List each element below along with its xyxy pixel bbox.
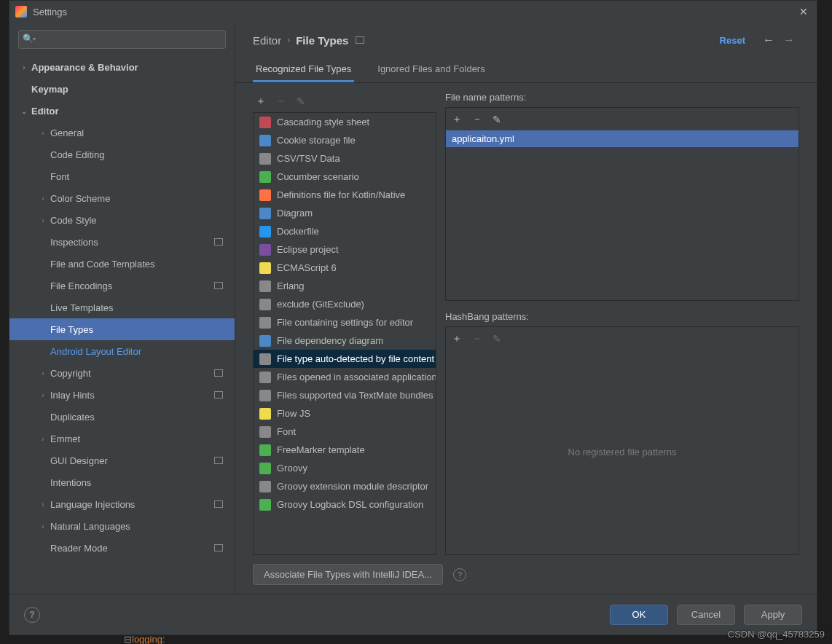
list-item[interactable]: ECMAScript 6 [254,259,436,277]
list-item[interactable]: FreeMarker template [254,441,436,459]
dialog-footer: ? OK Cancel Apply [9,594,817,635]
remove-icon[interactable]: － [472,113,482,126]
list-item[interactable]: Cascading style sheet [254,113,436,131]
list-item[interactable]: Diagram [254,204,436,222]
sidebar-item[interactable]: ›Natural Languages [9,515,235,537]
help-icon[interactable]: ? [24,607,40,623]
sidebar-item[interactable]: Reader Mode [9,537,235,559]
edit-icon[interactable]: ✎ [492,114,501,125]
file-types-list[interactable]: Cascading style sheetCookie storage file… [253,112,436,555]
sidebar-item[interactable]: Duplicates [9,406,235,428]
list-item[interactable]: Definitions file for Kotlin/Native [254,186,436,204]
sidebar-item[interactable]: File and Code Templates [9,253,235,275]
sidebar-item[interactable]: ›Emmet [9,428,235,449]
tab-recognized[interactable]: Recognized File Types [253,58,354,82]
hashbang-label: HashBang patterns: [445,311,799,322]
sidebar-item[interactable]: Code Editing [9,144,235,165]
sidebar-item[interactable]: Keymap [9,78,235,100]
list-item[interactable]: exclude (GitExclude) [254,295,436,313]
app-icon [15,6,27,17]
sidebar-item[interactable]: Inspections [9,231,235,253]
list-item[interactable]: Eclipse project [254,240,436,259]
associate-button[interactable]: Associate File Types with IntelliJ IDEA.… [253,564,443,585]
watermark: CSDN @qq_45783259 [728,629,825,640]
file-patterns-label: File name patterns: [445,92,799,103]
close-icon[interactable]: ✕ [796,3,811,20]
list-item[interactable]: Erlang [254,277,436,295]
list-item[interactable]: Font [254,423,436,441]
ok-button[interactable]: OK [610,605,668,625]
list-item[interactable]: Cucumber scenario [254,168,436,186]
list-item[interactable]: File type auto-detected by file content [254,350,436,368]
nav-back-icon[interactable]: ← [763,34,774,47]
tab-ignored[interactable]: Ignored Files and Folders [374,58,487,82]
list-item[interactable]: File dependency diagram [254,331,436,350]
window-title: Settings [33,7,67,17]
help-icon[interactable]: ? [453,568,466,581]
list-item[interactable]: Groovy Logback DSL configuration [254,495,436,514]
nav-forward-icon[interactable]: → [783,34,795,47]
add-icon[interactable]: ＋ [452,332,462,345]
background-code: ⊟logging: [124,634,165,644]
list-item[interactable]: Files opened in associated applications [254,368,436,386]
list-item[interactable]: Cookie storage file [254,131,436,149]
list-item[interactable]: Flow JS [254,404,436,423]
sidebar-item[interactable]: ›Color Scheme [9,187,235,209]
search-icon: 🔍 [23,34,34,44]
add-icon[interactable]: ＋ [256,95,266,108]
reset-link[interactable]: Reset [720,35,745,46]
list-item[interactable]: Groovy extension module descriptor [254,477,436,495]
settings-tree[interactable]: ›Appearance & BehaviorKeymap⌄Editor›Gene… [9,56,235,594]
sidebar-item[interactable]: ›Appearance & Behavior [9,56,235,78]
list-item[interactable]: CSV/TSV Data [254,149,436,168]
search-input[interactable]: 🔍 ▾ [18,30,226,49]
remove-icon[interactable]: － [276,95,286,108]
sidebar-item[interactable]: File Types [9,318,235,340]
titlebar: Settings ✕ [9,1,817,23]
sidebar-item[interactable]: ⌄Editor [9,100,235,122]
sidebar-item[interactable]: Font [9,165,235,187]
sidebar-item[interactable]: Live Templates [9,297,235,318]
hashbang-toolbar: ＋ － ✎ [445,326,799,350]
list-item[interactable]: File containing settings for editor [254,313,436,331]
sidebar-item[interactable]: ›Language Injections [9,493,235,515]
list-item[interactable]: Groovy [254,459,436,477]
patterns-toolbar: ＋ － ✎ [445,107,799,130]
list-item[interactable]: Files supported via TextMate bundles [254,386,436,404]
breadcrumb: Editor › File Types Reset ← → [235,23,817,58]
pattern-item[interactable]: applicaiton.yml [446,130,798,147]
edit-icon[interactable]: ✎ [492,333,501,345]
hashbang-patterns-list[interactable]: No registered file patterns [445,350,799,555]
sidebar-item[interactable]: File Encodings [9,275,235,297]
sidebar-item[interactable]: GUI Designer [9,449,235,471]
settings-sidebar: 🔍 ▾ ›Appearance & BehaviorKeymap⌄Editor›… [9,23,235,594]
sidebar-item[interactable]: Android Layout Editor [9,340,235,362]
sidebar-item[interactable]: Intentions [9,471,235,493]
file-types-toolbar: ＋ － ✎ [253,92,436,111]
add-icon[interactable]: ＋ [452,113,462,126]
remove-icon[interactable]: － [472,332,482,345]
file-patterns-list[interactable]: applicaiton.yml [445,130,799,301]
list-item[interactable]: Dockerfile [254,222,436,240]
dropdown-icon: ▾ [33,36,36,42]
apply-button[interactable]: Apply [744,605,802,625]
sidebar-item[interactable]: ›Inlay Hints [9,384,235,406]
settings-dialog: Settings ✕ 🔍 ▾ ›Appearance & BehaviorKey… [9,0,817,635]
edit-icon[interactable]: ✎ [297,95,305,107]
cancel-button[interactable]: Cancel [677,605,735,625]
scope-badge-icon [356,36,364,44]
sidebar-item[interactable]: ›General [9,122,235,144]
sidebar-item[interactable]: ›Code Style [9,209,235,231]
sidebar-item[interactable]: ›Copyright [9,362,235,384]
tabs: Recognized File Types Ignored Files and … [235,58,817,83]
